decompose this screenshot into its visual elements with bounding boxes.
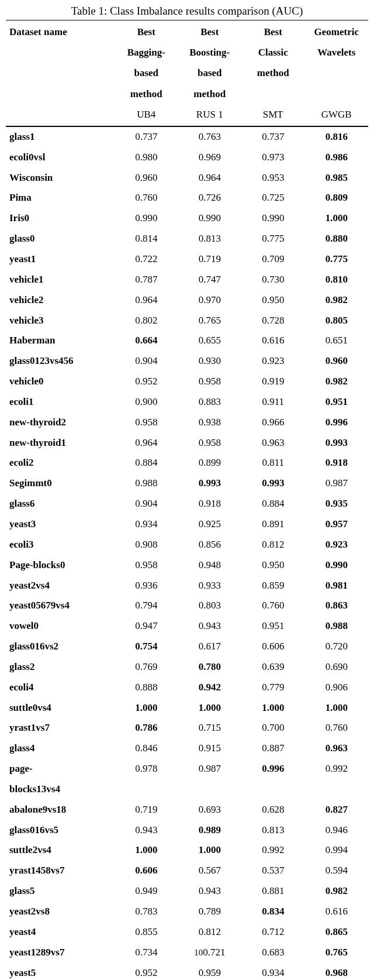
value-cell: 0.980 xyxy=(115,147,178,168)
value-cell: 0.964 xyxy=(178,168,242,188)
value-cell: 0.904 xyxy=(115,494,178,514)
value-cell: 0.728 xyxy=(241,311,305,331)
table-row: yeast2vs40.9360.9330.8590.981 xyxy=(6,576,368,596)
value-cell: 0.904 xyxy=(115,351,178,372)
value-cell: 0.709 xyxy=(241,249,305,270)
value-cell: 0.958 xyxy=(178,372,242,392)
table-row: glass00.8140.8130.7750.880 xyxy=(6,229,368,249)
value-cell: 0.949 xyxy=(115,881,178,902)
value-cell: 0.947 xyxy=(115,616,178,637)
value-cell: 0.664 xyxy=(115,331,178,351)
table-caption: Table 1: Class Imbalance results compari… xyxy=(6,5,368,18)
value-cell: 1.000 xyxy=(178,698,242,718)
table-row: Pima0.7600.7260.7250.809 xyxy=(6,188,368,208)
dataset-name-cell: ecoli1 xyxy=(6,392,115,412)
value-cell: 0.884 xyxy=(115,453,178,473)
value-cell: 0.775 xyxy=(305,249,369,270)
value-cell: 0.617 xyxy=(178,637,242,657)
col-header-bagging-l4: method xyxy=(115,82,178,103)
value-cell: 0.934 xyxy=(115,514,178,535)
dataset-name-cell: suttle0vs4 xyxy=(6,698,115,718)
value-cell: 0.813 xyxy=(241,820,305,841)
value-cell xyxy=(241,779,305,800)
value-cell: 0.865 xyxy=(305,922,369,943)
table-row: glass40.8460.9150.8870.963 xyxy=(6,738,368,759)
value-cell: 0.963 xyxy=(241,433,305,453)
dataset-name-cell: abalone9vs18 xyxy=(6,800,115,820)
value-cell: 0.888 xyxy=(115,678,178,698)
value-cell: 0.887 xyxy=(241,738,305,759)
dataset-name-cell: yrast1vs7 xyxy=(6,718,115,738)
value-cell: 0.769 xyxy=(115,657,178,678)
value-cell: 0.982 xyxy=(305,290,369,311)
value-cell: 0.908 xyxy=(115,535,178,555)
value-cell: 0.719 xyxy=(115,800,178,820)
value-cell: 1.000 xyxy=(115,698,178,718)
table-row: Haberman0.6640.6550.6160.651 xyxy=(6,331,368,351)
col-header-classic-l2: Classic xyxy=(241,41,305,61)
value-cell: 0.789 xyxy=(178,902,242,922)
table-row: yeast40.8550.8120.7120.865 xyxy=(6,922,368,943)
dataset-name-cell: vehicle0 xyxy=(6,372,115,392)
value-cell: 0.537 xyxy=(241,861,305,881)
value-cell: 0.936 xyxy=(115,576,178,596)
value-cell: 1.000 xyxy=(305,208,369,229)
value-cell: 0.693 xyxy=(178,800,242,820)
dataset-name-cell: glass6 xyxy=(6,494,115,514)
table-row: vehicle30.8020.7650.7280.805 xyxy=(6,311,368,331)
value-cell: 0.952 xyxy=(115,963,178,980)
dataset-name-cell: suttle2vs4 xyxy=(6,840,115,861)
table-row: Segimmt00.9880.9930.9930.987 xyxy=(6,473,368,494)
table-row: glass50.9490.9430.8810.982 xyxy=(6,881,368,902)
value-cell: 0.950 xyxy=(241,290,305,311)
value-cell: 0.891 xyxy=(241,514,305,535)
value-cell: 0.990 xyxy=(241,208,305,229)
dataset-name-cell: new-thyroid1 xyxy=(6,433,115,453)
value-cell: 0.948 xyxy=(178,555,242,576)
value-cell: 0.812 xyxy=(178,922,242,943)
value-cell: 0.787 xyxy=(115,270,178,290)
value-cell: 0.715 xyxy=(178,718,242,738)
value-cell: 0.911 xyxy=(241,392,305,412)
table-body: glass10.7370.7630.7370.816ecoli0vsl0.980… xyxy=(6,126,368,980)
value-cell: 0.763 xyxy=(178,126,242,147)
dataset-name-cell: Iris0 xyxy=(6,208,115,229)
value-cell: 0.786 xyxy=(115,718,178,738)
value-cell: 0.809 xyxy=(305,188,369,208)
sub-header-empty xyxy=(6,103,115,126)
table-row: glass0123vs4560.9040.9300.9230.960 xyxy=(6,351,368,372)
value-cell: 0.960 xyxy=(115,168,178,188)
dataset-name-cell: vehicle1 xyxy=(6,270,115,290)
table-row: ecoli0vsl0.9800.9690.9730.986 xyxy=(6,147,368,168)
dataset-name-cell: yeast3 xyxy=(6,514,115,535)
table-row: yeast30.9340.9250.8910.957 xyxy=(6,514,368,535)
table-row: suttle2vs41.0001.0000.9920.994 xyxy=(6,840,368,861)
dataset-name-cell: glass0123vs456 xyxy=(6,351,115,372)
dataset-name-cell: yeast2vs8 xyxy=(6,902,115,922)
value-cell: 0.827 xyxy=(305,800,369,820)
value-cell: 0.946 xyxy=(305,820,369,841)
dataset-name-cell: yrast1458vs7 xyxy=(6,861,115,881)
dataset-name-cell: glass0 xyxy=(6,229,115,249)
col-header-gw-l2: Wavelets xyxy=(305,41,369,61)
value-cell: 0.816 xyxy=(305,126,369,147)
value-cell: 0.802 xyxy=(115,311,178,331)
value-cell: 0.811 xyxy=(241,453,305,473)
value-cell xyxy=(178,779,242,800)
dataset-name-cell: Haberman xyxy=(6,331,115,351)
dataset-name-cell: Page-blocks0 xyxy=(6,555,115,576)
stray-page-number: 10 xyxy=(194,948,203,957)
col-header-dataset: Dataset name xyxy=(6,20,115,103)
table-row: blocks13vs4 xyxy=(6,779,368,800)
table-row: yeast05679vs40.7940.8030.7600.863 xyxy=(6,596,368,616)
value-cell: 0.960 xyxy=(305,351,369,372)
value-cell: 0.943 xyxy=(178,616,242,637)
value-cell: 0.779 xyxy=(241,678,305,698)
value-cell: 0.859 xyxy=(241,576,305,596)
value-cell: 0.722 xyxy=(115,249,178,270)
value-cell: 0.951 xyxy=(241,616,305,637)
dataset-name-cell: glass016vs2 xyxy=(6,637,115,657)
value-cell: 0.957 xyxy=(305,514,369,535)
value-cell: 0.953 xyxy=(241,168,305,188)
table-row: Iris00.9900.9900.9901.000 xyxy=(6,208,368,229)
